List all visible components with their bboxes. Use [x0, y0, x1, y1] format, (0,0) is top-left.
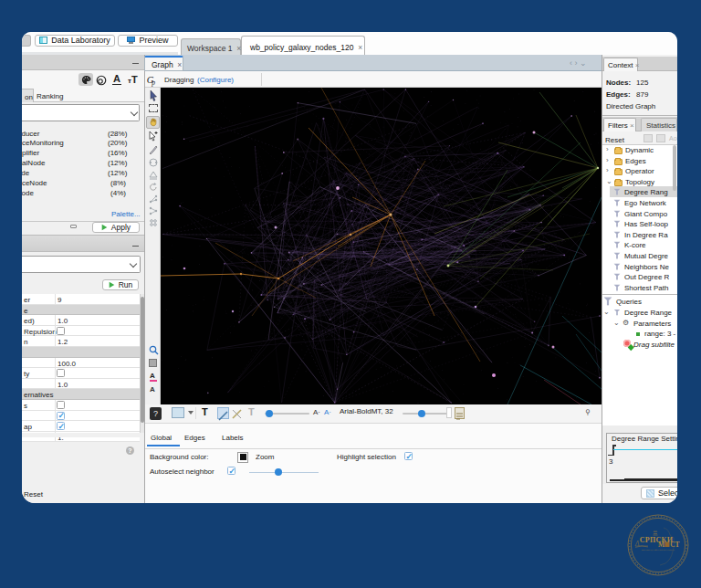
svg-text:p: p	[151, 79, 155, 87]
svg-text:М: М	[658, 541, 664, 549]
svg-text:СТ: СТ	[670, 541, 679, 549]
